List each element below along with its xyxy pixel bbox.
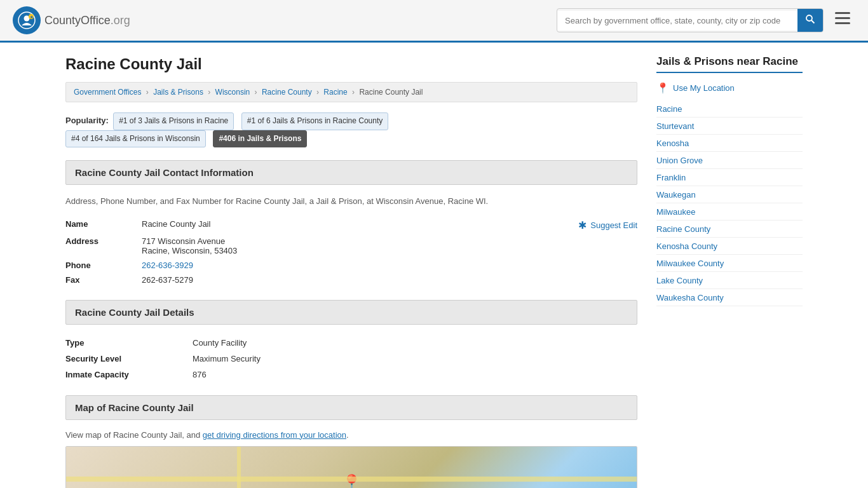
sidebar-link-waukegan[interactable]: Waukegan xyxy=(656,190,696,200)
contact-description: Address, Phone Number, and Fax Number fo… xyxy=(65,195,637,208)
sidebar-link-lake-county[interactable]: Lake County xyxy=(656,276,703,285)
main-container: Racine County Jail Government Offices › … xyxy=(53,43,815,488)
svg-point-4 xyxy=(806,15,812,21)
list-item: Lake County xyxy=(656,272,803,289)
svg-line-5 xyxy=(811,20,815,24)
header-right xyxy=(557,8,855,32)
sidebar-link-union-grove[interactable]: Union Grove xyxy=(656,156,703,165)
sidebar-link-racine-county[interactable]: Racine County xyxy=(656,224,710,234)
contact-section-header: Racine County Jail Contact Information xyxy=(65,160,637,185)
list-item: Waukesha County xyxy=(656,289,803,306)
capacity-row: Inmate Capacity 876 xyxy=(65,367,637,383)
location-pin-icon: 📍 xyxy=(656,82,669,94)
capacity-label: Inmate Capacity xyxy=(65,370,193,379)
sidebar-link-franklin[interactable]: Franklin xyxy=(656,173,686,182)
popularity-badge-2: #1 of 6 Jails & Prisons in Racine County xyxy=(241,112,388,130)
svg-rect-8 xyxy=(835,22,850,24)
sidebar-link-milwaukee[interactable]: Milwaukee xyxy=(656,207,695,217)
name-row: Name Racine County Jail ✱ Suggest Edit xyxy=(65,217,637,234)
popularity-badge-1: #1 of 3 Jails & Prisons in Racine xyxy=(113,112,234,130)
address-row: Address 717 Wisconsin Avenue Racine, Wis… xyxy=(65,234,637,258)
breadcrumb-racine[interactable]: Racine xyxy=(323,88,347,97)
list-item: Racine xyxy=(656,100,803,118)
breadcrumb-current: Racine County Jail xyxy=(359,88,423,97)
details-section-header: Racine County Jail Details xyxy=(65,300,637,325)
contact-info-table: Name Racine County Jail ✱ Suggest Edit A… xyxy=(65,217,637,287)
list-item: Waukegan xyxy=(656,186,803,203)
security-label: Security Level xyxy=(65,354,193,363)
popularity-badge-4: #406 in Jails & Prisons xyxy=(213,130,307,148)
sidebar-link-sturtevant[interactable]: Sturtevant xyxy=(656,121,694,131)
list-item: Sturtevant xyxy=(656,118,803,135)
sidebar-link-milwaukee-county[interactable]: Milwaukee County xyxy=(656,259,724,268)
security-row: Security Level Maximum Security xyxy=(65,351,637,367)
fax-row: Fax 262-637-5279 xyxy=(65,273,637,287)
details-table: Type County Facility Security Level Maxi… xyxy=(65,335,637,383)
address-label: Address xyxy=(65,236,142,246)
sidebar-link-kenosha-county[interactable]: Kenosha County xyxy=(656,241,717,251)
map-description: View map of Racine County Jail, and get … xyxy=(65,430,637,440)
fax-label: Fax xyxy=(65,275,142,285)
logo-text: CountyOffice.org xyxy=(44,14,130,27)
name-label: Name xyxy=(65,219,142,229)
list-item: Milwaukee County xyxy=(656,255,803,272)
list-item: Kenosha xyxy=(656,135,803,152)
menu-button[interactable] xyxy=(830,10,855,31)
search-bar xyxy=(557,8,824,32)
list-item: Union Grove xyxy=(656,152,803,169)
type-row: Type County Facility xyxy=(65,335,637,351)
suggest-edit-link[interactable]: ✱ Suggest Edit xyxy=(578,219,637,231)
use-my-location-link[interactable]: 📍 Use My Location xyxy=(656,82,803,94)
name-value: Racine County Jail xyxy=(142,219,578,229)
sidebar-nearby-list: Racine Sturtevant Kenosha Union Grove Fr… xyxy=(656,100,803,306)
logo-area: ★ CountyOffice.org xyxy=(13,6,130,34)
breadcrumb-racine-county[interactable]: Racine County xyxy=(262,88,312,97)
phone-label: Phone xyxy=(65,261,142,270)
sidebar-link-racine[interactable]: Racine xyxy=(656,104,682,114)
search-input[interactable] xyxy=(557,11,797,30)
search-button[interactable] xyxy=(797,9,823,32)
phone-row: Phone 262-636-3929 xyxy=(65,258,637,273)
popularity-badge-3: #4 of 164 Jails & Prisons in Wisconsin xyxy=(65,130,206,148)
address-value: 717 Wisconsin Avenue Racine, Wisconsin, … xyxy=(142,236,637,255)
security-value: Maximum Security xyxy=(193,354,261,363)
site-header: ★ CountyOffice.org xyxy=(0,0,868,43)
map-image: 📍 xyxy=(66,447,637,488)
map-section-header: Map of Racine County Jail xyxy=(65,395,637,420)
breadcrumb-wisconsin[interactable]: Wisconsin xyxy=(215,88,250,97)
svg-rect-6 xyxy=(835,12,850,14)
driving-directions-link[interactable]: get driving directions from your locatio… xyxy=(203,430,346,440)
breadcrumb: Government Offices › Jails & Prisons › W… xyxy=(65,82,637,102)
svg-rect-7 xyxy=(835,17,850,19)
sidebar-link-kenosha[interactable]: Kenosha xyxy=(656,139,689,148)
logo-icon: ★ xyxy=(13,6,41,34)
list-item: Milwaukee xyxy=(656,203,803,220)
content-area: Racine County Jail Government Offices › … xyxy=(65,55,637,488)
popularity-section: Popularity: #1 of 3 Jails & Prisons in R… xyxy=(65,112,637,147)
sidebar: Jails & Prisons near Racine 📍 Use My Loc… xyxy=(656,55,803,488)
popularity-label: Popularity: xyxy=(65,116,109,125)
breadcrumb-gov-offices[interactable]: Government Offices xyxy=(74,88,142,97)
address-line1: 717 Wisconsin Avenue xyxy=(142,236,637,246)
list-item: Franklin xyxy=(656,169,803,186)
list-item: Racine County xyxy=(656,220,803,238)
breadcrumb-jails-prisons[interactable]: Jails & Prisons xyxy=(153,88,203,97)
sidebar-title: Jails & Prisons near Racine xyxy=(656,55,803,73)
fax-value: 262-637-5279 xyxy=(142,275,637,285)
page-title: Racine County Jail xyxy=(65,55,637,73)
sidebar-link-waukesha-county[interactable]: Waukesha County xyxy=(656,293,724,302)
phone-link[interactable]: 262-636-3929 xyxy=(142,261,193,270)
map-road-horizontal xyxy=(66,477,637,482)
list-item: Kenosha County xyxy=(656,238,803,255)
address-line2: Racine, Wisconsin, 53403 xyxy=(142,246,637,255)
map-road-vertical xyxy=(237,447,241,488)
phone-value: 262-636-3929 xyxy=(142,261,637,270)
capacity-value: 876 xyxy=(193,370,207,379)
suggest-edit-icon: ✱ xyxy=(578,219,587,231)
type-value: County Facility xyxy=(193,338,247,348)
map-placeholder: 📍 xyxy=(65,446,637,488)
type-label: Type xyxy=(65,338,193,348)
